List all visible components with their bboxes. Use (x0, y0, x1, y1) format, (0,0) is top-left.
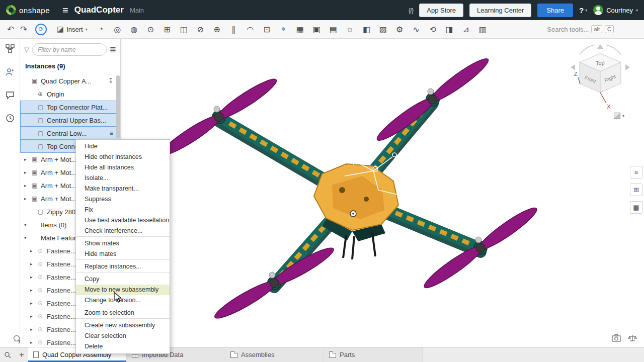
context-menu-item[interactable]: Hide mates (76, 249, 170, 260)
insert-button[interactable]: ◪ Insert ▾ (52, 25, 93, 34)
context-menu-item[interactable]: Fix (76, 205, 170, 215)
expand-chevron-icon[interactable]: ▸ (24, 170, 32, 175)
expand-chevron-icon[interactable]: ▸ (24, 183, 32, 188)
instance-label: Top Connector Plat... (47, 104, 108, 111)
exploded-view-icon[interactable]: ☼ (342, 25, 358, 34)
undo-icon[interactable]: ↶ (4, 24, 17, 35)
expand-chevron-icon[interactable]: ▸ (30, 261, 38, 266)
onshape-logo[interactable]: onshape (6, 5, 56, 15)
revolute-mate-icon[interactable]: ◎ (109, 25, 126, 34)
context-menu-item[interactable]: Create new subassembly (76, 320, 170, 331)
tree-scrollbar[interactable] (116, 75, 120, 138)
bom-icon[interactable]: ▥ (474, 25, 491, 34)
display-states-icon[interactable]: ◧ (358, 25, 375, 34)
replicate-icon[interactable]: ▦ (292, 25, 308, 34)
parallel-mate-icon[interactable]: ∥ (225, 25, 242, 34)
expand-chevron-icon[interactable]: ▸ (30, 275, 38, 280)
context-menu-item[interactable]: Make transparent... (76, 184, 170, 194)
ball-mate-icon[interactable]: ◍ (126, 25, 142, 34)
expand-chevron-icon[interactable]: ▸ (30, 340, 38, 345)
user-menu[interactable]: Courtney ▾ (593, 5, 638, 15)
expand-chevron-icon[interactable]: ▸ (30, 327, 38, 332)
search-tools[interactable]: Search tools... alt C (547, 25, 640, 33)
view-cube-graphic[interactable]: Top Front Right Z X (562, 42, 638, 113)
context-menu-item[interactable]: Move to new subassembly (76, 285, 170, 295)
context-menu-item[interactable]: Copy (76, 274, 170, 285)
tree-row[interactable]: ▢ Central Upper Bas... (20, 114, 120, 127)
update-icon[interactable]: ⟳ (35, 24, 47, 35)
tab-search-icon[interactable] (0, 351, 15, 358)
feature-list-panel-icon[interactable]: ≡ (630, 166, 642, 178)
scale-icon[interactable] (628, 334, 637, 344)
tree-row[interactable]: ▢ Central Low... ≡ (20, 127, 120, 140)
propeller[interactable] (373, 54, 492, 145)
cylindrical-mate-icon[interactable]: ⊙ (142, 25, 159, 34)
tab-label: Parts (340, 351, 355, 358)
redo-icon[interactable]: ↷ (17, 24, 30, 35)
context-menu-item[interactable]: Suppress (76, 194, 170, 205)
section-view-icon[interactable]: ◨ (441, 25, 458, 34)
app-store-button[interactable]: App Store (419, 4, 463, 17)
add-tab-button[interactable]: + (15, 350, 28, 360)
configuration-panel-icon[interactable]: ⊞ (630, 184, 642, 196)
group-icon[interactable]: ⊡ (259, 25, 275, 34)
history-icon[interactable] (6, 114, 15, 125)
expand-chevron-icon[interactable]: ▸ (24, 157, 32, 162)
expand-chevron-icon[interactable]: ▸ (30, 301, 38, 306)
named-positions-icon[interactable]: ◔ (93, 25, 109, 34)
planar-mate-icon[interactable]: ◫ (176, 25, 192, 34)
folder-icon[interactable]: ▤ (325, 25, 342, 34)
animate-icon[interactable]: ∿ (408, 25, 425, 34)
context-menu-item[interactable]: Show mates (76, 238, 170, 249)
context-menu-item[interactable]: Check interference... (76, 226, 170, 237)
filter-input[interactable] (32, 43, 107, 56)
view-cube-menu[interactable]: ▾ (614, 113, 624, 119)
document-tab[interactable]: Assemblies (225, 347, 324, 362)
context-menu-item[interactable]: Isolate... (76, 173, 170, 184)
context-menu-item[interactable]: Zoom to selection (76, 308, 170, 319)
versions-icon[interactable] (6, 44, 15, 55)
expand-chevron-icon[interactable]: ▸ (30, 288, 38, 293)
share-button[interactable]: Share (537, 4, 573, 17)
linear-pattern-icon[interactable]: ⊞ (159, 25, 176, 34)
context-menu-item[interactable]: Replace instances... (76, 261, 170, 273)
appearance-icon[interactable]: ▨ (375, 25, 391, 34)
context-menu-item[interactable]: Delete (76, 341, 170, 352)
help-menu[interactable]: ? ▾ (579, 6, 587, 15)
follow-mode-icon[interactable] (6, 67, 15, 78)
expand-chevron-icon[interactable]: ▾ (24, 222, 32, 227)
view-cube[interactable]: Top Front Right Z X ▾ (562, 42, 640, 123)
tree-row[interactable]: ⊕ Origin (20, 87, 120, 101)
api-code-icon[interactable]: {/} (409, 7, 413, 14)
comment-icon[interactable] (6, 90, 15, 102)
document-tab[interactable]: Parts (324, 347, 423, 362)
learning-center-button[interactable]: Learning Center (469, 4, 531, 17)
snapshot-tool-icon[interactable]: ⟲ (425, 25, 441, 34)
context-menu-item[interactable]: Clear selection (76, 331, 170, 341)
context-menu-item[interactable]: Use best available tessellation (76, 215, 170, 226)
tree-row[interactable]: ▢ Top Connector Plat... (20, 101, 120, 114)
versions-panel-icon[interactable]: ▦ (630, 201, 642, 214)
settings-icon[interactable]: ⚙ (391, 25, 408, 34)
propeller[interactable] (421, 203, 540, 292)
context-menu-item[interactable]: Hide other instances (76, 152, 170, 162)
expand-chevron-icon[interactable]: ▸ (30, 248, 38, 253)
expand-chevron-icon[interactable]: ▸ (30, 314, 38, 319)
filter-icon[interactable]: ▽ (24, 46, 29, 53)
context-menu-item[interactable]: Hide (76, 141, 170, 152)
tangent-mate-icon[interactable]: ◠ (242, 25, 259, 34)
tree-row[interactable]: ▣ Quad Copper A... ↧ (20, 74, 120, 87)
context-menu-item[interactable]: Change to version... (76, 295, 170, 306)
circular-pattern-icon[interactable]: ▣ (308, 25, 325, 34)
propeller[interactable] (212, 243, 337, 323)
measure-icon[interactable]: ⊿ (458, 25, 474, 34)
mate-connector-icon[interactable]: ⌖ (275, 25, 292, 34)
pin-slot-mate-icon[interactable]: ⊘ (192, 25, 209, 34)
expand-chevron-icon[interactable]: ▸ (24, 196, 32, 201)
list-view-icon[interactable]: ≣ (110, 45, 116, 54)
main-menu-icon[interactable]: ≡ (62, 5, 68, 16)
snapshot-icon[interactable] (612, 334, 621, 344)
expand-chevron-icon[interactable]: ▾ (24, 235, 32, 240)
fastened-mate-icon[interactable]: ⊕ (209, 25, 225, 34)
context-menu-item[interactable]: Hide all instances (76, 162, 170, 173)
